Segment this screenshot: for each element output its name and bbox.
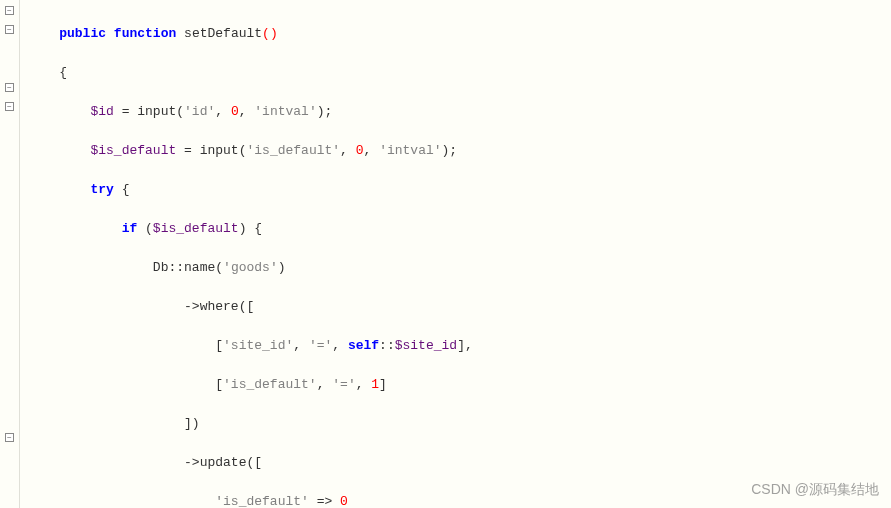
code-line: if ($is_default) { [0, 219, 891, 239]
string: '=' [309, 338, 332, 353]
class-name: Db [153, 260, 169, 275]
paren: ([ [239, 299, 255, 314]
function-call: input [137, 104, 176, 119]
code-line: { [0, 63, 891, 83]
code-line: Db::name('goods') [0, 258, 891, 278]
code-line: $is_default = input('is_default', 0, 'in… [0, 141, 891, 161]
string: 'is_default' [246, 143, 340, 158]
bracket: ]) [184, 416, 200, 431]
comma: , [364, 143, 380, 158]
paren: ( [176, 104, 184, 119]
variable: $is_default [90, 143, 176, 158]
paren: ([ [246, 455, 262, 470]
brace: { [114, 182, 130, 197]
keyword: try [90, 182, 113, 197]
arrow: -> [184, 299, 200, 314]
arrow-op: => [309, 494, 340, 509]
function-call: input [200, 143, 239, 158]
code-line: ->update([ [0, 453, 891, 473]
comma: , [293, 338, 309, 353]
keyword: self [348, 338, 379, 353]
number: 0 [340, 494, 348, 509]
comma: , [239, 104, 255, 119]
code-line: try { [0, 180, 891, 200]
string: 'is_default' [223, 377, 317, 392]
paren: ( [137, 221, 153, 236]
code-line: ['is_default', '=', 1] [0, 375, 891, 395]
number: 1 [371, 377, 379, 392]
paren: ); [442, 143, 458, 158]
number: 0 [356, 143, 364, 158]
operator: :: [379, 338, 395, 353]
variable: $id [90, 104, 113, 119]
operator: = [114, 104, 137, 119]
string: 'goods' [223, 260, 278, 275]
comma: , [356, 377, 372, 392]
code-gutter: − − − − − [0, 0, 20, 508]
function-name: setDefault [184, 26, 262, 41]
paren: ); [317, 104, 333, 119]
keyword: public [59, 26, 106, 41]
comma: , [340, 143, 356, 158]
code-line: public function setDefault() [0, 24, 891, 44]
bracket: [ [215, 338, 223, 353]
code-line: ['site_id', '=', self::$site_id], [0, 336, 891, 356]
method: update [200, 455, 247, 470]
number: 0 [231, 104, 239, 119]
comma: , [332, 338, 348, 353]
operator: :: [168, 260, 184, 275]
string: 'intval' [254, 104, 316, 119]
variable: $is_default [153, 221, 239, 236]
string: 'id' [184, 104, 215, 119]
code-line: ]) [0, 414, 891, 434]
brace: { [59, 65, 67, 80]
string: 'site_id' [223, 338, 293, 353]
string: 'intval' [379, 143, 441, 158]
string: '=' [332, 377, 355, 392]
paren: ( [215, 260, 223, 275]
string: 'is_default' [215, 494, 309, 509]
arrow: -> [184, 455, 200, 470]
fold-toggle-icon[interactable]: − [5, 102, 14, 111]
variable: $site_id [395, 338, 457, 353]
comma: , [317, 377, 333, 392]
operator: = [176, 143, 199, 158]
fold-toggle-icon[interactable]: − [5, 6, 14, 15]
bracket: ] [379, 377, 387, 392]
keyword: function [114, 26, 176, 41]
code-block: public function setDefault() { $id = inp… [0, 0, 891, 508]
code-line: ->where([ [0, 297, 891, 317]
bracket: [ [215, 377, 223, 392]
fold-toggle-icon[interactable]: − [5, 433, 14, 442]
paren: ) { [239, 221, 262, 236]
method: name [184, 260, 215, 275]
paren: ) [278, 260, 286, 275]
method: where [200, 299, 239, 314]
paren: () [262, 26, 278, 41]
keyword: if [122, 221, 138, 236]
comma: , [215, 104, 231, 119]
fold-toggle-icon[interactable]: − [5, 83, 14, 92]
watermark-text: CSDN @源码集结地 [751, 479, 879, 500]
bracket: ], [457, 338, 473, 353]
code-line: $id = input('id', 0, 'intval'); [0, 102, 891, 122]
fold-toggle-icon[interactable]: − [5, 25, 14, 34]
